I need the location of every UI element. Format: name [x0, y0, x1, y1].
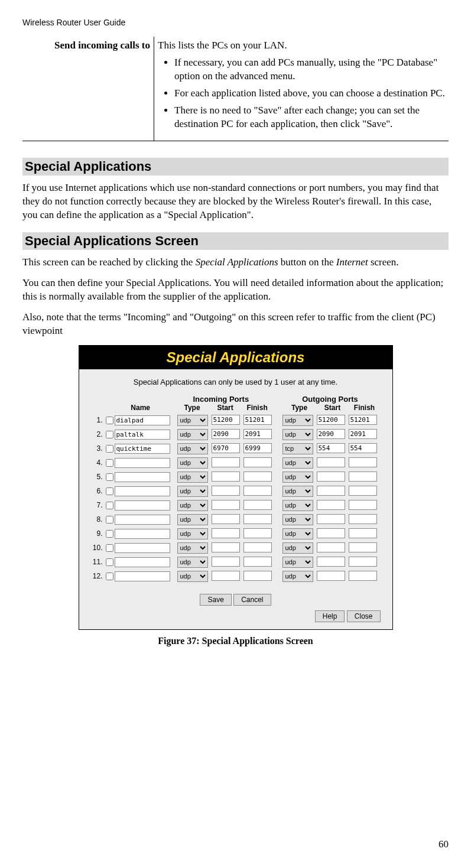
name-field[interactable]	[115, 444, 170, 454]
name-field[interactable]	[115, 543, 170, 553]
incoming-finish-field[interactable]	[243, 443, 272, 453]
name-field[interactable]	[115, 500, 170, 511]
row-enable-checkbox[interactable]	[106, 417, 113, 424]
outgoing-start-field[interactable]	[317, 415, 345, 425]
outgoing-start-field[interactable]	[317, 557, 345, 567]
outgoing-finish-field[interactable]	[349, 472, 377, 482]
incoming-finish-field[interactable]	[243, 528, 272, 538]
incoming-type-select[interactable]: udptcp	[177, 457, 208, 469]
outgoing-finish-field[interactable]	[349, 486, 377, 496]
incoming-finish-field[interactable]	[243, 571, 272, 581]
outgoing-finish-field[interactable]	[349, 528, 377, 538]
outgoing-finish-field[interactable]	[349, 443, 377, 453]
outgoing-type-select[interactable]: udptcp	[282, 500, 313, 511]
cancel-button[interactable]: Cancel	[233, 594, 271, 606]
row-enable-checkbox[interactable]	[106, 573, 113, 580]
outgoing-type-select[interactable]: udptcp	[282, 415, 313, 426]
outgoing-type-select[interactable]: udptcp	[282, 528, 313, 539]
name-field[interactable]	[115, 486, 170, 496]
row-enable-checkbox[interactable]	[106, 459, 113, 467]
outgoing-start-field[interactable]	[317, 514, 345, 524]
incoming-start-field[interactable]	[212, 415, 240, 425]
name-field[interactable]	[115, 472, 170, 482]
incoming-finish-field[interactable]	[243, 472, 272, 482]
incoming-finish-field[interactable]	[243, 415, 272, 425]
outgoing-start-field[interactable]	[317, 528, 345, 538]
incoming-start-field[interactable]	[212, 500, 240, 510]
outgoing-start-field[interactable]	[317, 500, 345, 510]
outgoing-type-select[interactable]: udptcp	[282, 557, 313, 568]
outgoing-type-select[interactable]: udptcp	[282, 571, 313, 582]
incoming-type-select[interactable]: udptcp	[177, 415, 208, 426]
incoming-type-select[interactable]: udptcp	[177, 571, 208, 582]
outgoing-finish-field[interactable]	[349, 571, 377, 581]
row-enable-checkbox[interactable]	[106, 558, 113, 566]
row-enable-checkbox[interactable]	[106, 473, 113, 481]
incoming-start-field[interactable]	[212, 514, 240, 524]
outgoing-type-select[interactable]: udptcp	[282, 457, 313, 469]
name-field[interactable]	[115, 515, 170, 525]
incoming-finish-field[interactable]	[243, 514, 272, 524]
row-enable-checkbox[interactable]	[106, 502, 113, 509]
incoming-start-field[interactable]	[212, 528, 240, 538]
incoming-finish-field[interactable]	[243, 500, 272, 510]
incoming-finish-field[interactable]	[243, 429, 272, 439]
outgoing-type-select[interactable]: udptcp	[282, 443, 313, 454]
incoming-type-select[interactable]: udptcp	[177, 472, 208, 483]
outgoing-type-select[interactable]: udptcp	[282, 472, 313, 483]
close-button[interactable]: Close	[347, 610, 381, 622]
incoming-start-field[interactable]	[212, 472, 240, 482]
outgoing-finish-field[interactable]	[349, 415, 377, 425]
incoming-finish-field[interactable]	[243, 542, 272, 552]
row-enable-checkbox[interactable]	[106, 530, 113, 538]
save-button[interactable]: Save	[200, 594, 231, 606]
outgoing-type-select[interactable]: udptcp	[282, 429, 313, 440]
incoming-type-select[interactable]: udptcp	[177, 514, 208, 525]
incoming-type-select[interactable]: udptcp	[177, 528, 208, 539]
incoming-start-field[interactable]	[212, 443, 240, 453]
incoming-start-field[interactable]	[212, 486, 240, 496]
incoming-type-select[interactable]: udptcp	[177, 557, 208, 568]
incoming-type-select[interactable]: udptcp	[177, 486, 208, 497]
incoming-start-field[interactable]	[212, 457, 240, 467]
outgoing-type-select[interactable]: udptcp	[282, 514, 313, 525]
outgoing-finish-field[interactable]	[349, 542, 377, 552]
name-field[interactable]	[115, 430, 170, 440]
incoming-finish-field[interactable]	[243, 457, 272, 467]
incoming-type-select[interactable]: udptcp	[177, 542, 208, 554]
row-enable-checkbox[interactable]	[106, 487, 113, 495]
incoming-start-field[interactable]	[212, 557, 240, 567]
name-field[interactable]	[115, 458, 170, 468]
row-enable-checkbox[interactable]	[106, 516, 113, 524]
outgoing-start-field[interactable]	[317, 486, 345, 496]
name-field[interactable]	[115, 557, 170, 567]
incoming-finish-field[interactable]	[243, 557, 272, 567]
outgoing-type-select[interactable]: udptcp	[282, 486, 313, 497]
incoming-start-field[interactable]	[212, 429, 240, 439]
row-enable-checkbox[interactable]	[106, 544, 113, 552]
row-enable-checkbox[interactable]	[106, 431, 113, 438]
help-button[interactable]: Help	[315, 610, 345, 622]
name-field[interactable]	[115, 529, 170, 539]
incoming-finish-field[interactable]	[243, 486, 272, 496]
outgoing-finish-field[interactable]	[349, 514, 377, 524]
outgoing-start-field[interactable]	[317, 571, 345, 581]
incoming-start-field[interactable]	[212, 571, 240, 581]
outgoing-finish-field[interactable]	[349, 500, 377, 510]
outgoing-start-field[interactable]	[317, 472, 345, 482]
outgoing-type-select[interactable]: udptcp	[282, 542, 313, 554]
outgoing-finish-field[interactable]	[349, 557, 377, 567]
incoming-type-select[interactable]: udptcp	[177, 500, 208, 511]
outgoing-start-field[interactable]	[317, 542, 345, 552]
outgoing-start-field[interactable]	[317, 457, 345, 467]
name-field[interactable]	[115, 415, 170, 425]
outgoing-finish-field[interactable]	[349, 457, 377, 467]
outgoing-start-field[interactable]	[317, 429, 345, 439]
outgoing-finish-field[interactable]	[349, 429, 377, 439]
incoming-type-select[interactable]: udptcp	[177, 443, 208, 454]
incoming-type-select[interactable]: udptcp	[177, 429, 208, 440]
incoming-start-field[interactable]	[212, 542, 240, 552]
name-field[interactable]	[115, 571, 170, 581]
row-enable-checkbox[interactable]	[106, 445, 113, 453]
outgoing-start-field[interactable]	[317, 443, 345, 453]
